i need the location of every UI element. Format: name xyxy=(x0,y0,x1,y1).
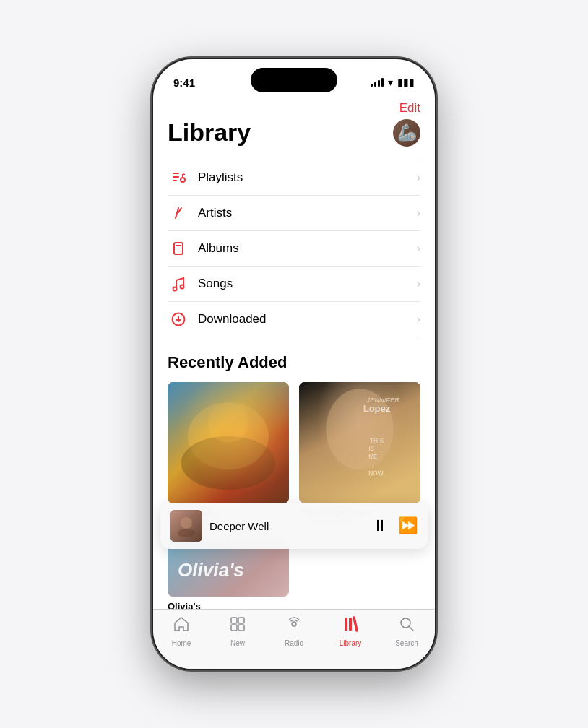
svg-point-10 xyxy=(173,287,177,291)
library-label: Library xyxy=(340,639,362,647)
tab-item-home[interactable]: Home xyxy=(153,615,209,647)
svg-text:ME: ME xyxy=(368,453,378,460)
library-menu: Playlists › Artists › xyxy=(168,160,420,337)
tab-item-new[interactable]: New xyxy=(209,615,266,647)
page-title-row: Library 🦾 xyxy=(168,118,420,147)
avatar[interactable]: 🦾 xyxy=(393,119,420,147)
radio-label: Radio xyxy=(285,639,303,647)
artists-icon xyxy=(168,205,189,221)
svg-text:...: ... xyxy=(370,462,375,469)
recently-added-title: Recently Added xyxy=(168,353,420,372)
album-title-3: Olivia's xyxy=(168,601,289,609)
svg-rect-17 xyxy=(299,382,420,503)
battery-icon: ▮▮▮ xyxy=(397,77,415,88)
menu-item-playlists[interactable]: Playlists › xyxy=(168,160,420,196)
mini-player-art xyxy=(170,510,202,542)
mini-player[interactable]: Deeper Well ⏸ ⏩ xyxy=(160,503,428,549)
svg-rect-34 xyxy=(238,625,244,630)
svg-text:IS: IS xyxy=(368,445,374,452)
svg-rect-32 xyxy=(238,618,244,623)
menu-item-songs[interactable]: Songs › xyxy=(168,266,420,302)
new-label: New xyxy=(230,639,245,647)
pause-button[interactable]: ⏸ xyxy=(372,516,388,535)
playlists-chevron: › xyxy=(417,171,420,184)
playlists-label: Playlists xyxy=(198,170,417,185)
svg-point-14 xyxy=(188,402,269,469)
svg-point-30 xyxy=(178,529,195,537)
songs-label: Songs xyxy=(198,277,417,291)
library-icon xyxy=(342,615,359,637)
downloaded-icon xyxy=(168,311,189,327)
wifi-icon: ▾ xyxy=(388,77,393,88)
svg-rect-31 xyxy=(231,618,237,623)
songs-icon xyxy=(168,276,189,292)
edit-button-row: Edit xyxy=(168,95,420,118)
svg-point-35 xyxy=(292,622,296,626)
svg-text:Olivia's: Olivia's xyxy=(178,559,244,581)
downloaded-chevron: › xyxy=(417,313,420,326)
tab-item-library[interactable]: Library xyxy=(322,615,379,647)
songs-chevron: › xyxy=(417,277,420,290)
home-label: Home xyxy=(172,639,191,647)
phone-frame: 9:41 ▾ ▮▮▮ Edit Library 🦾 xyxy=(153,59,435,669)
svg-line-39 xyxy=(410,627,414,631)
search-label: Search xyxy=(395,639,418,647)
albums-chevron: › xyxy=(417,242,420,255)
album-card-3[interactable]: Olivia's Olivia's xyxy=(168,539,289,609)
artists-chevron: › xyxy=(417,207,420,220)
tab-item-search[interactable]: Search xyxy=(379,615,435,647)
new-icon xyxy=(229,615,246,637)
svg-point-16 xyxy=(208,402,248,443)
svg-point-29 xyxy=(181,517,192,529)
artists-label: Artists xyxy=(198,206,417,220)
svg-line-6 xyxy=(176,208,178,218)
signal-icon xyxy=(371,78,384,87)
svg-point-11 xyxy=(181,285,184,289)
status-time: 9:41 xyxy=(173,77,195,89)
svg-text:THIS: THIS xyxy=(370,437,384,444)
svg-text:JENNIFER: JENNIFER xyxy=(366,396,399,404)
svg-point-3 xyxy=(181,178,185,182)
svg-point-15 xyxy=(181,436,276,490)
album-grid: What Now Brittany Howard xyxy=(168,382,420,609)
svg-rect-13 xyxy=(168,382,289,503)
playlists-icon xyxy=(168,170,189,186)
albums-label: Albums xyxy=(198,241,417,256)
status-icons: ▾ ▮▮▮ xyxy=(371,77,415,88)
svg-rect-36 xyxy=(345,618,347,630)
albums-icon xyxy=(168,240,189,256)
svg-point-18 xyxy=(326,389,393,469)
mini-player-controls: ⏸ ⏩ xyxy=(372,516,418,535)
svg-rect-0 xyxy=(173,173,179,174)
menu-item-artists[interactable]: Artists › xyxy=(168,196,420,231)
radio-icon xyxy=(285,615,303,637)
edit-button[interactable]: Edit xyxy=(399,101,420,115)
svg-rect-37 xyxy=(349,618,352,630)
svg-line-5 xyxy=(183,174,185,175)
svg-text:Lopez: Lopez xyxy=(363,403,391,414)
status-bar: 9:41 ▾ ▮▮▮ xyxy=(153,59,435,95)
home-icon xyxy=(173,615,190,637)
avatar-image: 🦾 xyxy=(393,119,420,147)
svg-rect-33 xyxy=(231,625,237,630)
svg-text:NOW: NOW xyxy=(368,469,384,477)
menu-item-downloaded[interactable]: Downloaded › xyxy=(168,302,420,337)
svg-rect-8 xyxy=(174,243,183,254)
svg-rect-1 xyxy=(173,176,179,178)
page-title: Library xyxy=(168,118,251,147)
album-art-1 xyxy=(168,382,289,503)
svg-rect-9 xyxy=(176,245,181,246)
search-icon xyxy=(398,615,415,637)
forward-button[interactable]: ⏩ xyxy=(398,516,418,535)
album-art-2: JENNIFER Lopez THIS IS ME ... NOW xyxy=(299,382,420,503)
menu-item-albums[interactable]: Albums › xyxy=(168,231,420,266)
svg-rect-2 xyxy=(173,180,177,181)
tab-item-radio[interactable]: Radio xyxy=(266,615,322,647)
dynamic-island xyxy=(251,68,337,92)
downloaded-label: Downloaded xyxy=(198,312,417,326)
mini-player-title: Deeper Well xyxy=(209,520,365,532)
tab-bar: Home New Radio xyxy=(153,609,435,669)
